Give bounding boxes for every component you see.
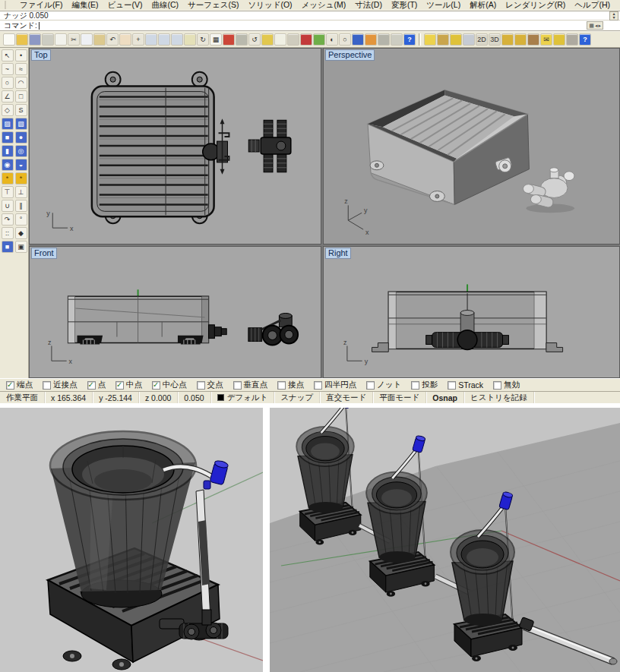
osnap-checkbox[interactable] [43, 381, 51, 390]
help-icon[interactable]: ? [403, 33, 416, 46]
display-mode-icon[interactable] [300, 33, 312, 46]
menu-help[interactable]: ヘルプ(H) [574, 0, 610, 11]
menu-edit[interactable]: 編集(E) [71, 0, 98, 11]
menu-surface[interactable]: サーフェス(S) [188, 0, 239, 11]
planar-toggle[interactable]: 平面モード [373, 392, 426, 403]
command-prompt-row[interactable]: コマンド: ▦ ◂ ▸ [0, 21, 620, 31]
osnap-point[interactable]: 点 [87, 380, 106, 390]
menu-analyze[interactable]: 解析(A) [470, 0, 496, 11]
hotkeys-icon[interactable] [391, 33, 403, 46]
snap-toggle[interactable]: スナップ [274, 392, 320, 403]
menu-dimension[interactable]: 寸法(D) [355, 0, 382, 11]
corner-surface-icon[interactable]: ▧ [15, 118, 27, 130]
pan-hand-icon[interactable] [119, 33, 131, 46]
open-folder-icon[interactable] [16, 33, 28, 46]
plumb-bob-icon[interactable] [501, 33, 514, 46]
gears-icon[interactable] [378, 33, 390, 46]
viewport-perspective-label[interactable]: Perspective [325, 49, 375, 61]
new-file-icon[interactable] [3, 33, 15, 46]
link-views-icon[interactable] [261, 33, 274, 46]
loft-icon[interactable]: ◒ [15, 159, 27, 171]
mail-icon[interactable]: ✉ [540, 33, 552, 46]
freeform-icon[interactable]: S [15, 104, 27, 116]
undo-icon[interactable]: ↶ [106, 33, 119, 46]
polyline-icon[interactable]: ∠ [2, 90, 14, 103]
rendered-mode-icon[interactable] [352, 33, 364, 46]
cut-icon[interactable]: ✂ [68, 33, 80, 46]
walkabout-icon[interactable] [236, 33, 248, 46]
cylinder-icon[interactable]: ▮ [2, 145, 14, 157]
drafting-2d-icon[interactable]: 2D [476, 33, 488, 46]
spinner-down-icon[interactable]: ▾ [612, 16, 615, 20]
osnap-near[interactable]: 近接点 [43, 380, 78, 390]
clamp-icon[interactable] [514, 33, 527, 46]
color-wheel-icon[interactable] [313, 33, 325, 46]
record-history-toggle[interactable]: ヒストリを記録 [464, 392, 534, 403]
save-icon[interactable] [29, 33, 41, 46]
ortho-toggle[interactable]: 直交モード [320, 392, 373, 403]
offset-icon[interactable]: ∥ [15, 200, 27, 212]
osnap-checkbox[interactable] [152, 381, 160, 390]
copy-icon[interactable] [81, 33, 93, 46]
viewport-right[interactable]: Right [323, 246, 620, 378]
named-view-icon[interactable] [223, 33, 235, 46]
osnap-strack[interactable]: STrack [448, 380, 483, 390]
arc-icon[interactable]: ◠ [15, 77, 27, 89]
ghosted-mode-icon[interactable]: ○ [339, 33, 351, 46]
osnap-knot[interactable]: ノット [366, 380, 401, 390]
nav-grid-icon[interactable]: ▦ [589, 23, 594, 29]
history-nav-widget[interactable]: ▦ ◂ ▸ [587, 21, 603, 30]
osnap-quadrant[interactable]: 四半円点 [314, 380, 356, 390]
toolbox-icon[interactable] [527, 33, 539, 46]
zoom-selected-icon[interactable] [184, 33, 196, 46]
menu-render[interactable]: レンダリング(R) [505, 0, 565, 11]
nav-left-icon[interactable]: ◂ [595, 23, 598, 29]
polygon-icon[interactable]: ◇ [2, 104, 14, 116]
menu-mesh[interactable]: メッシュ(M) [302, 0, 346, 11]
rotate-view-icon[interactable]: ↻ [197, 33, 209, 46]
working-plane-button[interactable]: 作業平面 [0, 392, 45, 403]
modeling-3d-icon[interactable]: 3D [489, 33, 501, 46]
osnap-tangent[interactable]: 接点 [277, 380, 304, 390]
print-icon[interactable] [42, 33, 54, 46]
calculator-icon[interactable] [463, 33, 475, 46]
viewport-top[interactable]: Top [29, 48, 321, 245]
osnap-intersection[interactable]: 交点 [197, 380, 223, 390]
eraser-icon[interactable] [424, 33, 436, 46]
osnap-checkbox[interactable] [197, 381, 205, 390]
set-cplane-icon[interactable]: ↺ [248, 33, 261, 46]
viewport-right-label[interactable]: Right [325, 248, 351, 259]
viewport-perspective[interactable]: Perspective [323, 48, 620, 245]
sphere-icon[interactable]: ● [15, 131, 27, 144]
gumball-icon[interactable]: ◆ [15, 227, 27, 239]
menu-tools[interactable]: ツール(L) [426, 0, 460, 11]
viewport-front[interactable]: Front [29, 246, 321, 378]
hammer-icon[interactable] [437, 33, 449, 46]
menu-transform[interactable]: 変形(T) [391, 0, 417, 11]
viewport-top-label[interactable]: Top [31, 49, 51, 61]
osnap-checkbox[interactable] [314, 381, 322, 390]
zoom-window-icon[interactable] [171, 33, 183, 46]
shaded-mode-icon[interactable]: ◐ [326, 33, 338, 46]
osnap-midpoint[interactable]: 中点 [115, 380, 142, 390]
help-alt-icon[interactable]: ? [579, 33, 591, 46]
pipe-icon[interactable]: ◎ [15, 145, 27, 157]
fillet-burst-icon[interactable]: * [2, 172, 14, 185]
coordinate-x[interactable]: x 165.364 [45, 392, 93, 403]
explode-burst-icon[interactable]: * [15, 172, 27, 185]
rebuild-icon[interactable]: ↷ [2, 213, 14, 226]
lock-icon[interactable] [287, 33, 299, 46]
menu-solid[interactable]: ソリッド(O) [248, 0, 292, 11]
osnap-toggle[interactable]: Osnap [426, 392, 464, 403]
layer-indicator[interactable]: デフォルト [211, 392, 275, 403]
repair-tools-icon[interactable] [566, 33, 578, 46]
osnap-checkbox[interactable] [366, 381, 375, 390]
shaded-solid-icon[interactable]: ■ [2, 241, 14, 253]
flag-icon[interactable] [365, 33, 377, 46]
render-tools-icon[interactable]: ▣ [15, 241, 27, 253]
split-icon[interactable]: ⊥ [15, 186, 27, 198]
array-icon[interactable]: :: [2, 227, 14, 239]
trim-icon[interactable]: ⊤ [2, 186, 14, 198]
gear-wheel-icon[interactable] [553, 33, 565, 46]
coordinate-z[interactable]: z 0.000 [139, 392, 178, 403]
